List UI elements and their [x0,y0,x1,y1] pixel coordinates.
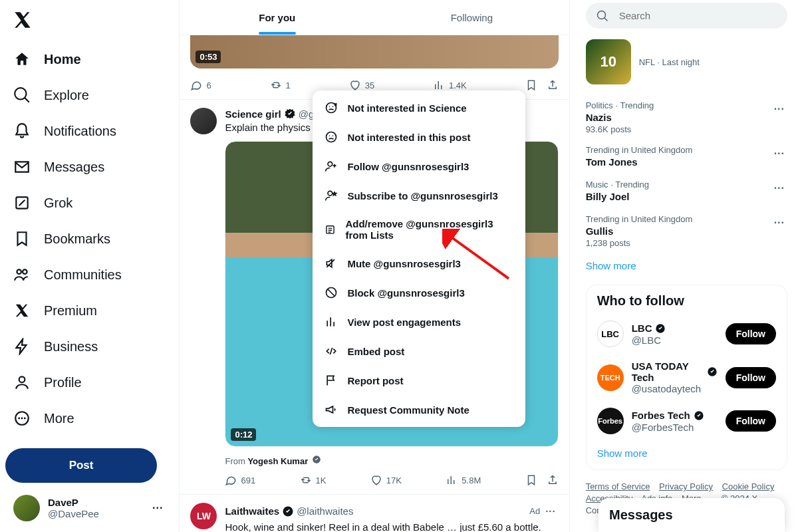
post-button[interactable]: Post [5,448,157,483]
views-button[interactable]: 5.8M [446,474,481,486]
share-button[interactable] [547,474,559,486]
nav-profile[interactable]: Profile [5,366,174,399]
heart-icon [370,474,382,486]
trend-more-button[interactable]: ··· [771,180,787,197]
heart-icon [349,79,361,91]
right-sidebar: 10 NFL · Last night Politics · TrendingN… [570,0,798,532]
author-name[interactable]: Science girl [225,108,281,120]
flag-icon [325,374,338,387]
show-more-trends[interactable]: Show more [586,253,787,274]
menu-mute[interactable]: Mute @gunsnrosesgirl3 [313,249,525,278]
follow-suggestion[interactable]: Forbes Forbes Tech@ForbesTech Follow [597,401,776,441]
footer-link[interactable]: Privacy Policy [659,481,713,491]
tab-following[interactable]: Following [374,0,569,35]
bookmark-icon [13,230,31,247]
search-icon [13,86,31,104]
avatar[interactable]: LW [190,503,217,529]
like-button[interactable]: 17K [370,474,402,486]
x-logo[interactable] [5,3,39,40]
nav-premium[interactable]: Premium [5,294,174,327]
nav-label: Messages [44,160,104,175]
bell-icon [13,122,31,140]
menu-not-interested-post[interactable]: Not interested in this post [313,122,525,152]
nav-label: Home [44,52,81,67]
search-box[interactable] [586,3,787,29]
svg-point-10 [327,132,336,142]
follow-suggestion[interactable]: TECH USA TODAY Tech@usatodaytech Follow [597,354,776,401]
nav-grok[interactable]: Grok [5,186,174,219]
reply-button[interactable]: 6 [190,79,211,91]
like-button[interactable]: 35 [349,79,374,91]
views-button[interactable]: 1.4K [433,79,467,91]
menu-report[interactable]: Report post [313,366,525,395]
messages-drawer[interactable]: Messages [598,498,785,532]
nav-communities[interactable]: Communities [5,258,174,291]
search-input[interactable] [618,9,777,22]
nav-label: Profile [44,375,82,390]
trend-more-button[interactable]: ··· [771,145,787,162]
retweet-button[interactable]: 1K [300,474,327,486]
quoted-from[interactable]: From Yogesh Kumar [225,454,558,466]
post-more-button[interactable]: ··· [543,503,559,519]
menu-subscribe[interactable]: Subscribe to @gunsnrosesgirl3 [313,181,525,210]
megaphone-icon [325,403,338,416]
nav-home[interactable]: Home [5,43,174,76]
menu-list[interactable]: Add/remove @gunsnrosesgirl3 from Lists [313,210,525,249]
menu-follow[interactable]: Follow @gunsnrosesgirl3 [313,152,525,181]
chart-icon [433,79,445,91]
menu-block[interactable]: Block @gunsnrosesgirl3 [313,278,525,307]
trend-meta: NFL · Last night [639,57,700,67]
svg-point-4 [24,418,26,420]
trend-more-button[interactable]: ··· [771,100,787,118]
nav-business[interactable]: Business [5,330,174,363]
post-ad[interactable]: LW Laithwaites @laithwaites Ad ··· Hook,… [180,495,569,532]
sidebar: Home Explore Notifications Messages Grok… [0,0,179,532]
follow-button[interactable]: Follow [726,323,776,344]
menu-embed[interactable]: Embed post [313,336,525,366]
menu-engagements[interactable]: View post engagements [313,307,525,336]
trend-item[interactable]: Trending in United KingdomGullis1,238 po… [586,209,787,253]
trend-item[interactable]: Politics · TrendingNazis93.6K posts··· [586,95,787,140]
footer-link[interactable]: Cookie Policy [722,481,775,491]
trend-more-button[interactable]: ··· [771,214,787,231]
bookmark-button[interactable] [525,79,537,91]
retweet-icon [300,474,312,486]
trend-item[interactable]: Music · TrendingBilly Joel··· [586,174,787,209]
nav-messages[interactable]: Messages [5,150,174,184]
avatar: Forbes [597,408,624,434]
x-icon [13,302,31,319]
share-button[interactable] [547,79,559,91]
follow-suggestion[interactable]: LBC LBC@LBC Follow [597,314,776,354]
nav-notifications[interactable]: Notifications [5,114,174,148]
author-handle[interactable]: @laithwaites [297,505,353,517]
follow-button[interactable]: Follow [726,367,776,388]
follow-button[interactable]: Follow [726,410,776,432]
ad-label: Ad [529,506,540,516]
retweet-button[interactable]: 1 [270,79,291,91]
avatar: LBC [597,321,624,347]
user-star-icon [325,189,338,202]
nav-bookmarks[interactable]: Bookmarks [5,222,174,255]
footer-link[interactable]: Terms of Service [586,481,650,491]
nav-explore[interactable]: Explore [5,78,174,112]
tab-for-you[interactable]: For you [180,0,374,35]
reply-button[interactable]: 691 [225,474,255,486]
menu-community-note[interactable]: Request Community Note [313,395,525,424]
verified-badge-icon [284,108,296,120]
author-name[interactable]: Laithwaites [225,505,279,517]
account-switcher[interactable]: DaveP @DavePee ··· [5,487,174,529]
show-more-follows[interactable]: Show more [597,441,776,462]
trend-item[interactable]: Trending in United KingdomTom Jones··· [586,140,787,174]
nav-more[interactable]: More [5,402,174,435]
primary-nav: Home Explore Notifications Messages Grok… [5,3,174,483]
sad-face-icon [325,101,338,114]
menu-not-interested-topic[interactable]: Not interested in Science [313,93,525,122]
avatar[interactable] [190,108,217,134]
video-duration: 0:12 [231,428,256,441]
mail-icon [13,158,31,176]
post-media[interactable]: 0:53 [190,35,558,68]
trend-top-story[interactable]: 10 NFL · Last night [586,39,787,84]
bookmark-button[interactable] [525,474,537,486]
verified-badge-icon [311,454,323,466]
avatar: TECH [597,364,624,391]
